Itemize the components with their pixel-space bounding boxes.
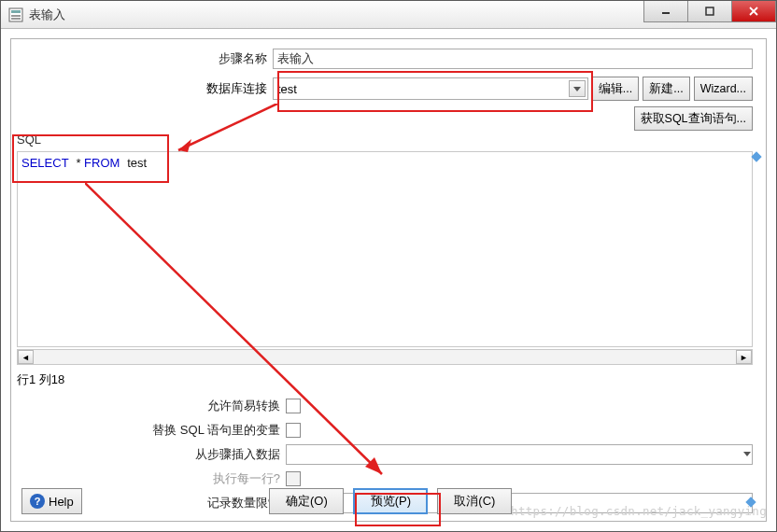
window-title: 表输入: [29, 7, 65, 23]
step-name-input[interactable]: [273, 49, 753, 69]
dropdown-arrow-icon[interactable]: [569, 80, 586, 97]
scroll-left-icon[interactable]: ◄: [18, 350, 34, 364]
sql-section-label: SQL: [17, 133, 41, 147]
preview-button[interactable]: 预览(P): [353, 488, 428, 514]
help-icon: ?: [30, 494, 45, 509]
db-connection-select[interactable]: test: [273, 77, 588, 100]
allow-lazy-label: 允许简易转换: [11, 398, 286, 414]
close-button[interactable]: [731, 1, 776, 22]
sql-keyword-from: FROM: [84, 156, 120, 170]
get-sql-button[interactable]: 获取SQL查询语句...: [634, 106, 753, 131]
db-connection-label: 数据库连接: [11, 80, 273, 97]
from-step-row: 从步骤插入数据: [11, 442, 753, 467]
svg-marker-9: [743, 452, 751, 456]
help-label: Help: [49, 495, 74, 509]
scroll-right-icon[interactable]: ►: [736, 350, 752, 364]
dialog-window: 表输入 步骤名称 数据库连接 test 编辑... 新建... Wizard..…: [0, 0, 777, 532]
window-controls: [644, 1, 776, 22]
step-name-row: 步骤名称: [11, 49, 753, 69]
db-connection-value: test: [277, 82, 297, 96]
sql-horizontal-scrollbar[interactable]: ◄ ►: [17, 349, 753, 365]
allow-lazy-checkbox[interactable]: [286, 399, 301, 413]
expand-icon[interactable]: [751, 151, 761, 161]
cancel-button[interactable]: 取消(C): [437, 488, 512, 514]
replace-vars-checkbox[interactable]: [286, 423, 301, 438]
cursor-status: 行1 列18: [17, 371, 64, 388]
svg-rect-3: [11, 18, 21, 20]
titlebar[interactable]: 表输入: [1, 1, 776, 29]
replace-vars-row: 替换 SQL 语句里的变量: [11, 418, 753, 442]
svg-rect-1: [11, 10, 21, 13]
sql-editor[interactable]: SELECT * FROM test: [17, 151, 753, 347]
step-name-label: 步骤名称: [11, 50, 273, 67]
svg-line-6: [750, 7, 757, 15]
svg-marker-8: [573, 87, 581, 91]
from-step-dropdown-icon[interactable]: [743, 446, 751, 460]
from-step-select[interactable]: [286, 444, 753, 465]
app-icon: [8, 7, 23, 22]
minimize-button[interactable]: [643, 1, 688, 22]
maximize-button[interactable]: [687, 1, 732, 22]
svg-rect-5: [706, 7, 713, 15]
each-row-checkbox: [286, 471, 301, 486]
from-step-label: 从步骤插入数据: [11, 446, 286, 463]
new-connection-button[interactable]: 新建...: [643, 77, 689, 101]
sql-table: test: [127, 156, 147, 170]
watermark-text: https://blog.csdn.net/jack_yangying: [511, 504, 767, 518]
svg-line-7: [750, 7, 757, 15]
replace-vars-label: 替换 SQL 语句里的变量: [11, 422, 286, 439]
client-area: 步骤名称 数据库连接 test 编辑... 新建... Wizard... 获取…: [10, 38, 767, 522]
wizard-button[interactable]: Wizard...: [694, 77, 753, 101]
help-button[interactable]: ? Help: [21, 488, 82, 514]
sql-keyword-select: SELECT: [21, 156, 69, 170]
allow-lazy-row: 允许简易转换: [11, 394, 753, 418]
each-row-label: 执行每一行?: [11, 470, 286, 487]
db-connection-row: 数据库连接 test 编辑... 新建... Wizard...: [11, 77, 753, 101]
ok-button[interactable]: 确定(O): [269, 488, 344, 514]
svg-rect-2: [11, 15, 21, 17]
get-sql-row: 获取SQL查询语句...: [630, 106, 753, 131]
edit-connection-button[interactable]: 编辑...: [592, 77, 639, 101]
